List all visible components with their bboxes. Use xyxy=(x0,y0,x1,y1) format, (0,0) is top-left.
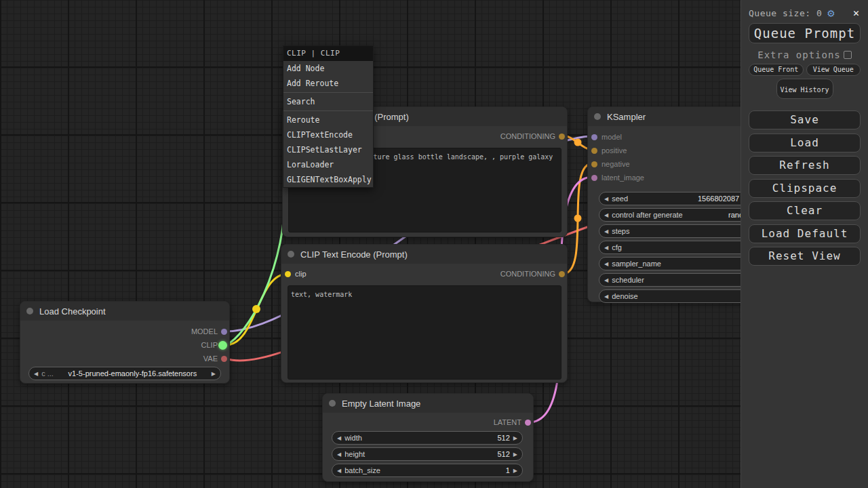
collapse-dot[interactable] xyxy=(288,251,294,258)
latent-image-input-label: latent_image xyxy=(601,174,644,182)
context-menu: CLIP | CLIP Add Node Add Reroute Search … xyxy=(283,45,374,188)
collapse-dot[interactable] xyxy=(594,113,601,120)
denoise-widget[interactable]: ◀ denoise xyxy=(599,289,762,303)
menu-item-loraloader[interactable]: LoraLoader xyxy=(283,157,373,172)
vae-output-port[interactable] xyxy=(221,356,227,362)
widget-label: steps xyxy=(612,227,629,235)
clip-output-port[interactable] xyxy=(218,341,227,350)
increment-arrow-icon[interactable]: ▶ xyxy=(513,451,517,458)
collapse-dot[interactable] xyxy=(26,308,33,314)
node-title-bar[interactable]: CLIP Text Encode (Prompt) xyxy=(281,245,567,264)
widget-value: 1566802087 xyxy=(698,195,739,203)
scheduler-widget[interactable]: ◀ scheduler xyxy=(599,273,762,287)
latent-image-input-port[interactable] xyxy=(591,175,597,181)
increment-arrow-icon[interactable]: ▶ xyxy=(513,468,517,474)
clip-output-label: CLIP xyxy=(201,341,218,349)
height-widget[interactable]: ◀ height 512 ▶ xyxy=(332,447,523,461)
extra-options-checkbox[interactable] xyxy=(844,51,852,59)
width-widget[interactable]: ◀ width 512 ▶ xyxy=(332,431,523,445)
model-output-port[interactable] xyxy=(221,329,227,335)
conditioning-output-port[interactable] xyxy=(559,271,565,277)
menu-item-clipsetlastlayer[interactable]: CLIPSetLastLayer xyxy=(283,142,373,157)
widget-value: 512 xyxy=(497,450,509,458)
conditioning-output-label: CONDITIONING xyxy=(500,132,555,140)
node-title: Load Checkpoint xyxy=(39,306,106,317)
widget-label: width xyxy=(344,434,362,442)
next-arrow-icon[interactable]: ▶ xyxy=(212,371,216,377)
latent-output-port[interactable] xyxy=(525,420,531,426)
widget-label: height xyxy=(344,450,365,458)
negative-input-label: negative xyxy=(601,160,630,168)
widget-label: control after generate xyxy=(612,211,683,219)
prompt-textarea[interactable]: text, watermark xyxy=(288,285,561,380)
decrement-arrow-icon[interactable]: ◀ xyxy=(604,261,608,267)
context-menu-title: CLIP | CLIP xyxy=(283,46,373,61)
widget-label: cfg xyxy=(612,243,622,251)
view-history-button[interactable]: View History xyxy=(776,79,833,99)
decrement-arrow-icon[interactable]: ◀ xyxy=(604,228,608,235)
node-title-bar[interactable]: Empty Latent Image xyxy=(323,394,533,413)
latent-output-label: LATENT xyxy=(494,418,521,426)
clear-button[interactable]: Clear xyxy=(749,201,861,220)
load-button[interactable]: Load xyxy=(749,134,861,152)
node-title-bar[interactable]: Load Checkpoint xyxy=(20,302,229,321)
menu-item-add-node[interactable]: Add Node xyxy=(283,61,373,76)
node-title: CLIP Text Encode (Prompt) xyxy=(300,249,408,260)
ckpt-name-widget[interactable]: ◀ c ... v1-5-pruned-emaonly-fp16.safeten… xyxy=(28,367,221,380)
decrement-arrow-icon[interactable]: ◀ xyxy=(604,212,608,218)
positive-input-port[interactable] xyxy=(591,148,597,154)
queue-size-label: Queue size: 0 xyxy=(749,8,822,18)
negative-input-port[interactable] xyxy=(591,161,597,167)
decrement-arrow-icon[interactable]: ◀ xyxy=(604,293,608,300)
menu-item-gligentextboxapply[interactable]: GLIGENTextBoxApply xyxy=(283,172,373,187)
sampler-name-widget[interactable]: ◀ sampler_name xyxy=(599,257,762,270)
decrement-arrow-icon[interactable]: ◀ xyxy=(604,245,608,251)
load-default-button[interactable]: Load Default xyxy=(749,224,861,243)
cfg-widget[interactable]: ◀ cfg xyxy=(599,241,762,254)
refresh-button[interactable]: Refresh xyxy=(749,156,861,175)
decrement-arrow-icon[interactable]: ◀ xyxy=(337,468,341,474)
widget-label: batch_size xyxy=(344,466,380,474)
clip-input-label: clip xyxy=(295,270,307,278)
decrement-arrow-icon[interactable]: ◀ xyxy=(604,277,608,283)
node-clip-text-encode-negative[interactable]: CLIP Text Encode (Prompt) clip CONDITION… xyxy=(281,244,568,383)
widget-label: seed xyxy=(612,195,628,203)
queue-prompt-button[interactable]: Queue Prompt xyxy=(749,23,861,43)
widget-value: v1-5-pruned-emaonly-fp16.safetensors xyxy=(57,369,208,378)
menu-item-cliptextencode[interactable]: CLIPTextEncode xyxy=(283,127,373,142)
menu-item-reroute[interactable]: Reroute xyxy=(283,113,373,127)
view-queue-button[interactable]: View Queue xyxy=(806,64,861,76)
batch-size-widget[interactable]: ◀ batch_size 1 ▶ xyxy=(332,464,523,477)
save-button[interactable]: Save xyxy=(749,110,861,129)
settings-gear-icon[interactable]: ⚙ xyxy=(827,7,834,19)
conditioning-output-port[interactable] xyxy=(559,134,565,140)
node-title: KSampler xyxy=(607,112,646,122)
decrement-arrow-icon[interactable]: ◀ xyxy=(337,435,341,441)
widget-label: sampler_name xyxy=(612,260,661,268)
model-input-port[interactable] xyxy=(591,134,597,140)
close-icon[interactable]: ✕ xyxy=(853,7,859,19)
menu-item-search[interactable]: Search xyxy=(283,94,373,109)
control-after-generate-widget[interactable]: ◀ control after generate randomize xyxy=(599,208,762,222)
widget-label: denoise xyxy=(612,292,638,300)
extra-options-label: Extra options xyxy=(757,49,841,60)
node-load-checkpoint[interactable]: Load Checkpoint MODEL CLIP VAE ◀ c ... v… xyxy=(20,301,230,384)
collapse-dot[interactable] xyxy=(329,400,336,407)
widget-value: 1 xyxy=(506,466,510,474)
steps-widget[interactable]: ◀ steps xyxy=(599,224,762,238)
positive-input-label: positive xyxy=(601,146,627,155)
seed-widget[interactable]: ◀ seed 1566802087 xyxy=(599,192,762,205)
increment-arrow-icon[interactable]: ▶ xyxy=(513,435,517,441)
decrement-arrow-icon[interactable]: ◀ xyxy=(337,451,341,458)
node-empty-latent-image[interactable]: Empty Latent Image LATENT ◀ width 512 ▶ … xyxy=(322,393,534,482)
widget-value: 512 xyxy=(497,434,509,442)
menu-item-add-reroute[interactable]: Add Reroute xyxy=(283,76,373,91)
clip-input-port[interactable] xyxy=(285,271,291,277)
prev-arrow-icon[interactable]: ◀ xyxy=(34,371,38,377)
decrement-arrow-icon[interactable]: ◀ xyxy=(604,196,608,202)
clipspace-button[interactable]: Clipspace xyxy=(749,179,861,198)
node-title: Empty Latent Image xyxy=(342,399,420,409)
model-output-label: MODEL xyxy=(191,327,218,336)
queue-front-button[interactable]: Queue Front xyxy=(749,64,804,76)
reset-view-button[interactable]: Reset View xyxy=(749,247,861,266)
